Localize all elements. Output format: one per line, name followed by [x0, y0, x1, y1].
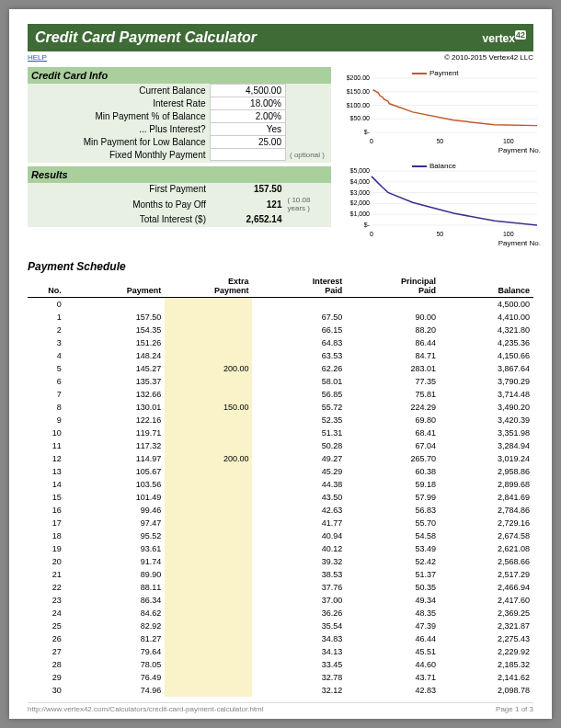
table-row: 2189.9038.5351.372,517.29 — [28, 568, 533, 581]
months-note: ( 10.08 years ) — [286, 195, 332, 213]
info-value[interactable]: Yes — [210, 123, 286, 136]
table-row: 14103.5644.3859.182,899.68 — [28, 478, 533, 491]
table-row: 1797.4741.7755.702,729.16 — [28, 517, 533, 529]
credit-card-info: Credit Card Info Current Balance4,500.00… — [28, 67, 331, 163]
info-label: Fixed Monthly Payment — [28, 149, 210, 161]
col-payment: Payment — [65, 275, 166, 298]
months-value: 121 — [210, 195, 286, 213]
payment-schedule-table: No.PaymentExtraPaymentInterestPaidPrinci… — [28, 275, 533, 697]
svg-text:$3,000: $3,000 — [350, 189, 371, 196]
info-label: Min Payment for Low Balance — [28, 136, 210, 149]
table-row: 2681.2734.8346.442,275.43 — [28, 632, 533, 645]
svg-text:0: 0 — [370, 231, 373, 237]
footer: http://www.vertex42.com/Calculators/cred… — [28, 702, 533, 713]
table-row: 7132.6656.8575.813,714.48 — [28, 388, 533, 401]
svg-text:100: 100 — [503, 138, 514, 144]
svg-text:$100.00: $100.00 — [347, 102, 370, 108]
svg-text:$-: $- — [364, 222, 371, 228]
total-interest-label: Total Interest ($) — [28, 213, 210, 225]
table-row: 6135.3758.0177.353,790.29 — [28, 375, 533, 388]
document-page: Credit Card Payment Calculator vertex42 … — [9, 9, 552, 719]
payment-chart: Payment $-$50.00$100.00$150.00$200.00050… — [338, 67, 541, 154]
table-row: 5145.27200.0062.26283.013,867.64 — [28, 362, 533, 375]
sub-bar: HELP © 2010-2015 Vertex42 LLC — [28, 51, 533, 67]
footer-page: Page 1 of 3 — [496, 705, 533, 713]
table-row: 2154.3566.1588.204,321.80 — [28, 324, 533, 336]
info-value[interactable] — [210, 149, 286, 161]
svg-text:$1,000: $1,000 — [350, 210, 371, 217]
col-balance: Balance — [440, 275, 533, 298]
brand-logo: vertex42 — [483, 30, 526, 45]
balance-chart: Balance $-$1,000$2,000$3,000$4,000$5,000… — [338, 160, 541, 247]
col-interest: InterestPaid — [252, 275, 346, 298]
col-principal: PrincipalPaid — [346, 275, 440, 298]
svg-text:50: 50 — [436, 231, 443, 237]
footer-url: http://www.vertex42.com/Calculators/cred… — [28, 705, 264, 713]
svg-text:$4,000: $4,000 — [350, 178, 371, 185]
table-row: 2976.4932.7843.712,141.62 — [28, 671, 533, 684]
svg-text:$-: $- — [364, 129, 371, 135]
svg-text:$5,000: $5,000 — [350, 167, 371, 174]
months-label: Months to Pay Off — [28, 195, 210, 213]
svg-text:100: 100 — [503, 231, 514, 237]
info-label: Min Payment % of Balance — [28, 110, 210, 123]
info-value[interactable]: 4,500.00 — [210, 85, 286, 97]
schedule-title: Payment Schedule — [28, 260, 533, 273]
col-extra: ExtraPayment — [165, 275, 252, 298]
first-payment-label: First Payment — [28, 183, 210, 195]
table-row: 2582.9235.5447.392,321.87 — [28, 620, 533, 632]
svg-text:0: 0 — [370, 138, 373, 144]
table-row: 15101.4943.5057.992,841.69 — [28, 491, 533, 504]
info-value[interactable]: 2.00% — [210, 110, 286, 123]
table-row: 2288.1137.7650.352,466.94 — [28, 581, 533, 594]
total-interest-value: 2,652.14 — [210, 213, 286, 225]
table-row: 3151.2664.8386.444,235.36 — [28, 336, 533, 349]
results-block: Results First Payment157.50 Months to Pa… — [28, 166, 331, 227]
table-row: 2386.3437.0049.342,417.60 — [28, 594, 533, 607]
svg-text:$200.00: $200.00 — [347, 74, 370, 81]
copyright: © 2010-2015 Vertex42 LLC — [444, 53, 533, 62]
table-row: 4148.2463.5384.714,150.66 — [28, 349, 533, 362]
table-row: 11117.3250.2867.043,284.94 — [28, 439, 533, 452]
table-row: 2484.6236.2648.352,369.25 — [28, 607, 533, 620]
col-no: No. — [28, 275, 65, 298]
info-label: Current Balance — [28, 85, 210, 97]
svg-text:$150.00: $150.00 — [347, 88, 370, 95]
info-label: Interest Rate — [28, 97, 210, 110]
table-row: 12114.97200.0049.27265.703,019.24 — [28, 452, 533, 465]
table-row: 1895.5240.9454.582,674.58 — [28, 529, 533, 542]
table-row: 1699.4642.6356.832,784.86 — [28, 504, 533, 517]
table-row: 1157.5067.5090.004,410.00 — [28, 311, 533, 324]
table-row: 04,500.00 — [28, 298, 533, 311]
table-row: 8130.01150.0055.72224.293,490.20 — [28, 401, 533, 414]
table-row: 3074.9632.1242.832,098.78 — [28, 684, 533, 697]
table-row: 10119.7151.3168.413,351.98 — [28, 427, 533, 439]
svg-text:50: 50 — [436, 138, 443, 144]
page-title: Credit Card Payment Calculator — [35, 29, 257, 46]
info-value[interactable]: 18.00% — [210, 97, 286, 110]
table-row: 2091.7439.3252.422,568.66 — [28, 555, 533, 568]
info-section-header: Credit Card Info — [28, 67, 331, 84]
table-row: 1993.6140.1253.492,621.08 — [28, 542, 533, 555]
results-section-header: Results — [28, 166, 331, 183]
svg-text:$2,000: $2,000 — [350, 199, 371, 206]
svg-text:$50.00: $50.00 — [350, 115, 371, 121]
info-label: ... Plus Interest? — [28, 123, 210, 136]
table-row: 9122.1652.3569.803,420.39 — [28, 414, 533, 427]
table-row: 2779.6434.1345.512,229.92 — [28, 645, 533, 658]
first-payment-value: 157.50 — [210, 183, 286, 195]
info-value[interactable]: 25.00 — [210, 136, 286, 149]
table-row: 13105.6745.2960.382,958.86 — [28, 465, 533, 478]
table-row: 2878.0533.4544.602,185.32 — [28, 658, 533, 671]
title-banner: Credit Card Payment Calculator vertex42 — [28, 24, 533, 51]
help-link[interactable]: HELP — [28, 53, 47, 62]
